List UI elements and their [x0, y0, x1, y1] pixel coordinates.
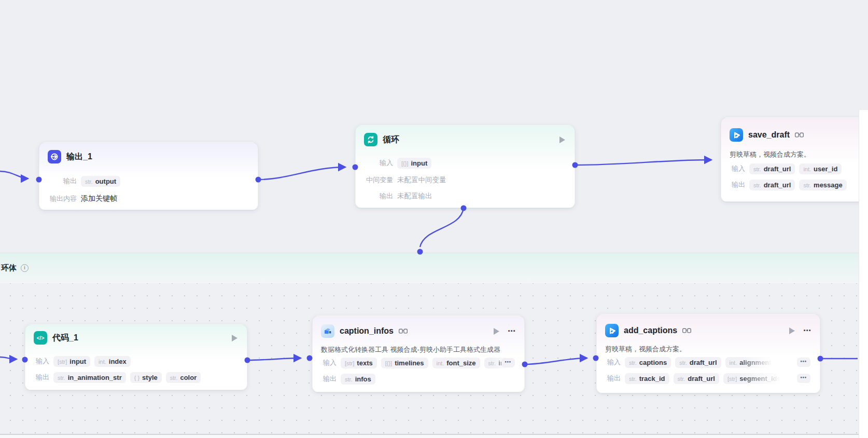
param-type: str. — [488, 360, 496, 366]
node-caption-infos[interactable]: caption_infos ⋯ 数据格式化转换器工具 视频合成-剪映小助手工具格… — [312, 316, 525, 392]
node-loop[interactable]: 循环 输入 [{}]input 中间变量 未配置中间变量 输出 未配置输出 — [355, 125, 575, 208]
param-type: int. — [803, 166, 811, 172]
run-node-button[interactable] — [493, 327, 500, 335]
param-badge: str.draft_url — [674, 373, 719, 384]
edge-loop-to-save-draft[interactable] — [575, 160, 711, 165]
param-name: message — [814, 181, 843, 189]
param-type: [str] — [345, 360, 354, 366]
row-label: 输出 — [48, 176, 77, 186]
loop-node-icon — [364, 133, 377, 146]
row-label: 输出 — [364, 191, 393, 201]
param-name: track_id — [639, 375, 665, 382]
param-name: index — [109, 358, 127, 365]
run-node-button[interactable] — [789, 326, 796, 335]
param-badge: str.draft_url — [675, 357, 721, 368]
param-badge: str.captions — [625, 357, 671, 368]
param-badge: { }style — [130, 372, 162, 383]
param-badge: [{}]timelines — [381, 358, 428, 368]
row-label: 输出 — [605, 374, 621, 383]
param-name: font_size — [446, 359, 475, 367]
param-name: user_id — [814, 165, 837, 173]
node-title: save_draft — [748, 130, 790, 140]
param-badge: int.font_size — [432, 358, 480, 368]
param-type: int. — [437, 360, 444, 366]
unconfigured-value: 未配置中间变量 — [397, 175, 446, 185]
jianying-plugin-icon — [730, 128, 743, 142]
loop-body-label: 环体 i — [1, 263, 29, 273]
plugin-glasses-icon — [682, 328, 691, 334]
code-node-icon: </> — [34, 331, 47, 345]
param-type: str. — [679, 360, 687, 366]
edge-into-output-1[interactable] — [0, 171, 28, 179]
param-type: [str] — [58, 359, 67, 365]
edge-output-1-to-loop[interactable] — [258, 167, 345, 180]
row-label: 输入 — [364, 158, 393, 168]
output-content-value: 添加关键帧 — [81, 194, 117, 203]
run-node-button[interactable] — [559, 135, 566, 144]
param-badge: [str]input — [53, 356, 90, 367]
row-label: 输出 — [730, 180, 745, 189]
param-name: color — [180, 374, 197, 381]
more-params-button[interactable]: ⋯ — [797, 358, 810, 367]
param-type: [str] — [727, 376, 737, 382]
param-type: str. — [629, 360, 637, 366]
param-type: str. — [170, 375, 178, 381]
node-description: 数据格式化转换器工具 视频合成-剪映小助手工具格式生成器 — [321, 345, 516, 354]
info-icon[interactable]: i — [21, 264, 29, 272]
param-badge: [str]texts — [341, 358, 377, 368]
node-description: 剪映草稿，视频合成方案。 — [605, 345, 811, 354]
canvas-right-margin — [859, 110, 868, 438]
param-type: str. — [753, 166, 761, 172]
param-type: str. — [803, 182, 811, 188]
run-node-button[interactable] — [231, 334, 239, 342]
param-name: input — [411, 159, 427, 167]
node-code-1[interactable]: </> 代码_1 输入 [str]input int.index 输出 str.… — [25, 324, 247, 390]
more-params-button[interactable]: ⋯ — [797, 374, 810, 383]
node-title: caption_infos — [340, 326, 394, 336]
node-output-1[interactable]: 输出_1 输出 str.output 输出内容 添加关键帧 — [39, 142, 258, 210]
param-name: segment_ids — [739, 375, 780, 382]
param-badge: str.draft_url — [749, 163, 795, 174]
param-name: output — [95, 177, 116, 185]
node-title: add_captions — [624, 326, 677, 335]
node-title: 代码_1 — [52, 333, 78, 344]
param-badge: str.draft_url — [749, 180, 795, 190]
param-badge: str.color — [166, 372, 201, 383]
param-name: draft_url — [764, 165, 791, 173]
node-menu-button[interactable]: ⋯ — [803, 326, 811, 335]
param-name: captions — [639, 359, 667, 366]
row-label: 输出 — [321, 374, 337, 384]
param-type: str. — [58, 375, 65, 381]
param-badge: int.index — [94, 356, 131, 367]
plugin-glasses-icon — [399, 328, 408, 334]
node-save-draft[interactable]: save_draft 剪映草稿，视频合成方案。 输入 str.draft_url… — [721, 117, 868, 202]
param-badge: [{}]input — [397, 158, 431, 169]
output-node-icon — [48, 150, 61, 163]
edge-loop-to-loop-body[interactable] — [420, 208, 464, 247]
more-params-button[interactable]: ⋯ — [501, 358, 515, 367]
param-name: in_animation_str — [68, 374, 122, 381]
param-badge: str.output — [81, 176, 120, 187]
param-name: draft_url — [764, 181, 791, 189]
param-type: [{}] — [385, 360, 392, 366]
param-type: str. — [629, 376, 637, 382]
node-menu-button[interactable]: ⋯ — [508, 326, 516, 336]
canvas-bottom-margin — [0, 435, 868, 438]
param-type: str. — [678, 376, 685, 382]
param-name: timelines — [395, 359, 424, 367]
workflow-canvas[interactable]: 环体 i 输出_1 输出 str.output 输出内容 添加关键帧 — [0, 0, 868, 438]
row-label: 输出内容 — [48, 194, 77, 203]
param-type: int. — [99, 359, 106, 365]
loop-body-header-band — [0, 253, 859, 283]
param-name: texts — [357, 359, 372, 367]
param-name: style — [142, 374, 158, 381]
caption-infos-plugin-icon — [321, 324, 334, 338]
plugin-glasses-icon — [795, 132, 804, 138]
unconfigured-value: 未配置输出 — [397, 191, 432, 201]
row-label: 输出 — [34, 373, 49, 382]
node-add-captions[interactable]: add_captions ⋯ 剪映草稿，视频合成方案。 输入 str.capti… — [596, 314, 820, 393]
param-badge: str.in_animation_str — [53, 372, 126, 383]
row-label: 输入 — [730, 164, 745, 173]
param-name: draft_url — [688, 375, 715, 382]
param-type: { } — [134, 375, 139, 381]
